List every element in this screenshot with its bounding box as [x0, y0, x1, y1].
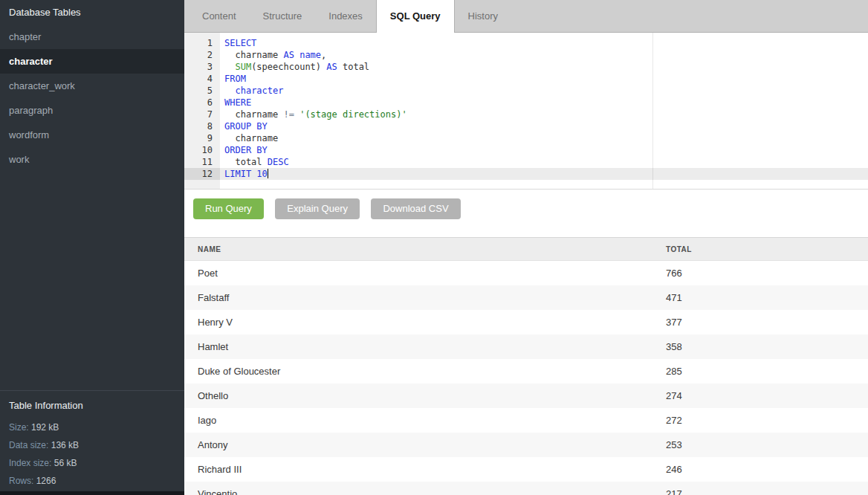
cell-total: 272 — [666, 408, 868, 433]
code-line-11: 11 total DESC — [184, 156, 868, 168]
explain-query-button[interactable]: Explain Query — [275, 198, 360, 219]
table-list: chaptercharactercharacter_workparagraphw… — [0, 25, 184, 172]
app-window: Database Tables chaptercharactercharacte… — [0, 0, 868, 495]
line-code: WHERE — [220, 97, 251, 109]
cell-total: 377 — [666, 310, 868, 334]
line-code: SUM(speechcount) AS total — [220, 61, 369, 73]
code-line-6: 6WHERE — [184, 97, 868, 109]
line-number: 5 — [184, 85, 220, 97]
results-header-row: NAME TOTAL — [184, 238, 868, 261]
cell-name: Falstaff — [184, 285, 666, 310]
code-line-5: 5 character — [184, 85, 868, 97]
sql-token: charname — [224, 109, 283, 120]
table-information-rows: Size: 192 kBData size: 136 kBIndex size:… — [9, 418, 175, 490]
line-code: FROM — [220, 73, 246, 85]
sql-token: total — [224, 157, 268, 167]
sql-editor[interactable]: 1SELECT2 charname AS name,3 SUM(speechco… — [184, 33, 868, 190]
sql-token: , — [321, 50, 326, 60]
table-info-value: 56 kB — [54, 458, 77, 468]
cell-name: Vincentio — [184, 482, 666, 495]
cell-name: Henry V — [184, 310, 666, 334]
tab-history[interactable]: History — [455, 0, 511, 32]
line-number: 1 — [184, 37, 220, 49]
cell-total: 285 — [666, 359, 868, 384]
sidebar-title: Database Tables — [0, 0, 184, 25]
line-code: charname != '(stage directions)' — [220, 109, 407, 120]
table-row: Poet766 — [184, 261, 868, 285]
code-line-4: 4FROM — [184, 73, 868, 85]
line-number: 3 — [184, 61, 220, 73]
code-line-2: 2 charname AS name, — [184, 49, 868, 61]
tab-indexes[interactable]: Indexes — [315, 0, 376, 32]
sql-token — [224, 85, 235, 96]
run-query-button[interactable]: Run Query — [193, 198, 264, 219]
sidebar-table-work[interactable]: work — [0, 147, 184, 172]
table-row: Richard III246 — [184, 457, 868, 482]
sidebar-table-paragraph[interactable]: paragraph — [0, 98, 184, 123]
sidebar-table-character_work[interactable]: character_work — [0, 74, 184, 98]
cell-name: Hamlet — [184, 334, 666, 359]
tab-bar: ContentStructureIndexesSQL QueryHistory — [184, 0, 868, 33]
line-code: character — [220, 85, 283, 97]
sql-token: WHERE — [224, 97, 251, 108]
code-line-8: 8GROUP BY — [184, 120, 868, 132]
cell-total: 471 — [666, 285, 868, 310]
line-code: SELECT — [220, 37, 256, 49]
cell-name: Poet — [184, 261, 666, 285]
results-table: NAME TOTAL Poet766Falstaff471Henry V377H… — [184, 237, 868, 495]
table-row: Henry V377 — [184, 310, 868, 334]
line-code: total DESC — [220, 156, 289, 168]
table-information-title: Table Information — [9, 400, 175, 411]
table-info-label: Data size: — [9, 440, 51, 450]
cell-name: Richard III — [184, 457, 666, 482]
main-panel: ContentStructureIndexesSQL QueryHistory … — [184, 0, 868, 495]
table-info-value: 192 kB — [31, 422, 59, 433]
sql-token: AS — [283, 50, 294, 60]
line-number: 12 — [184, 168, 220, 180]
code-line-12: 12LIMIT 10 — [184, 168, 868, 180]
editor-print-margin-ruler — [652, 33, 653, 189]
line-number: 4 — [184, 73, 220, 85]
table-info-value: 1266 — [36, 476, 56, 486]
sidebar-table-chapter[interactable]: chapter — [0, 25, 184, 49]
sql-token: charname — [224, 50, 283, 60]
tab-sql-query[interactable]: SQL Query — [376, 0, 455, 33]
sql-token: FROM — [224, 74, 246, 84]
sql-token: total — [337, 62, 369, 72]
sql-token: AS — [326, 62, 337, 72]
cell-name: Antony — [184, 433, 666, 457]
sql-token: 10 — [256, 169, 267, 179]
tab-content[interactable]: Content — [189, 0, 250, 32]
line-number: 7 — [184, 109, 220, 120]
line-number: 8 — [184, 120, 220, 132]
sidebar-table-wordform[interactable]: wordform — [0, 123, 184, 147]
sql-token: ORDER BY — [224, 145, 268, 155]
cell-total: 358 — [666, 334, 868, 359]
sql-token: (speechcount) — [251, 62, 326, 72]
line-code: LIMIT 10 — [220, 168, 268, 180]
sql-token: DESC — [268, 157, 289, 167]
table-row: Antony253 — [184, 433, 868, 457]
table-row: Iago272 — [184, 408, 868, 433]
tab-structure[interactable]: Structure — [250, 0, 316, 32]
line-code: GROUP BY — [220, 120, 268, 132]
code-line-1: 1SELECT — [184, 37, 868, 49]
table-row: Hamlet358 — [184, 334, 868, 359]
sql-token: character — [235, 85, 283, 96]
download-csv-button[interactable]: Download CSV — [371, 198, 460, 219]
cell-name: Iago — [184, 408, 666, 433]
table-row: Falstaff471 — [184, 285, 868, 310]
sql-token: SUM — [235, 62, 251, 72]
sql-token: GROUP BY — [224, 121, 268, 132]
line-number: 6 — [184, 97, 220, 109]
query-toolbar: Run Query Explain Query Download CSV — [184, 190, 868, 228]
cell-name: Othello — [184, 384, 666, 408]
sql-token: LIMIT — [224, 169, 251, 179]
line-code: charname AS name, — [220, 49, 326, 61]
sidebar: Database Tables chaptercharactercharacte… — [0, 0, 184, 495]
sql-token: charname — [224, 133, 278, 143]
table-row: Duke of Gloucester285 — [184, 359, 868, 384]
line-number: 2 — [184, 49, 220, 61]
sidebar-table-character[interactable]: character — [0, 49, 184, 74]
sql-token: '(stage directions)' — [299, 109, 407, 120]
